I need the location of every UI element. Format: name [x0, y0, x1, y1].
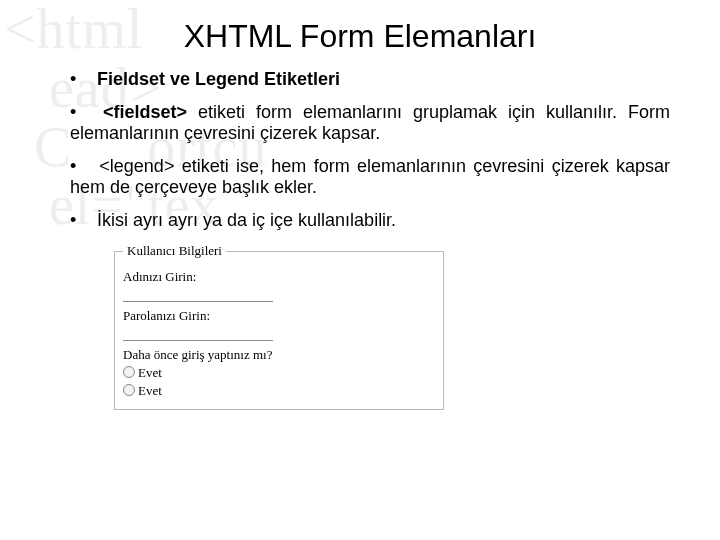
input-password[interactable] — [123, 326, 273, 341]
bullet-dot: • — [70, 210, 92, 231]
bullet-dot: • — [70, 69, 92, 90]
input-name[interactable] — [123, 287, 273, 302]
radio-option-1-label: Evet — [138, 365, 162, 380]
bullet-4-text: İkisi ayrı ayrı ya da iç içe kullanılabi… — [97, 210, 396, 230]
slide-content: XHTML Form Elemanları • Fieldset ve Lege… — [0, 0, 720, 410]
fieldset-user-info: Kullanıcı Bilgileri Adınızı Girin: Parol… — [114, 243, 444, 410]
bullet-2-tag: <fieldset> — [103, 102, 187, 122]
bullet-3-text: <legend> etiketi ise, hem form elemanlar… — [70, 156, 670, 197]
radio-icon — [123, 384, 135, 396]
bullet-dot: • — [70, 102, 92, 123]
bullet-1: • Fieldset ve Legend Etiketleri — [70, 69, 670, 90]
bullet-4: • İkisi ayrı ayrı ya da iç içe kullanıla… — [70, 210, 670, 231]
bullet-2: • <fieldset> etiketi form elemanlarını g… — [70, 102, 670, 144]
radio-option-1[interactable]: Evet — [123, 365, 435, 381]
radio-icon — [123, 366, 135, 378]
page-title: XHTML Form Elemanları — [40, 18, 680, 55]
radio-option-2[interactable]: Evet — [123, 383, 435, 399]
bullet-dot: • — [70, 156, 92, 177]
legend-user-info: Kullanıcı Bilgileri — [123, 243, 226, 259]
example-figure: Kullanıcı Bilgileri Adınızı Girin: Parol… — [114, 243, 444, 410]
bullet-3: • <legend> etiketi ise, hem form elemanl… — [70, 156, 670, 198]
radio-option-2-label: Evet — [138, 383, 162, 398]
label-password: Parolanızı Girin: — [123, 308, 435, 324]
bullet-1-text: Fieldset ve Legend Etiketleri — [97, 69, 340, 89]
label-previous-login: Daha önce giriş yaptınız mı? — [123, 347, 435, 363]
bullet-list: • Fieldset ve Legend Etiketleri • <field… — [70, 69, 670, 231]
label-name: Adınızı Girin: — [123, 269, 435, 285]
